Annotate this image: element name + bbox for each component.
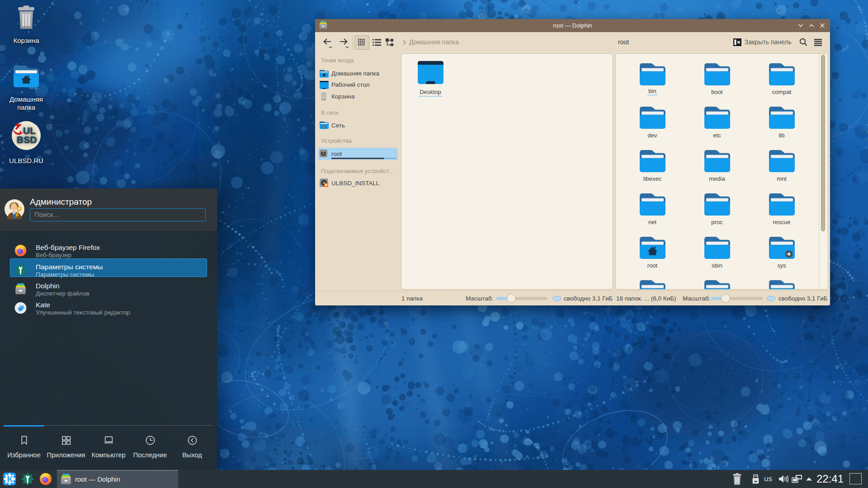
svg-text:BSD: BSD bbox=[17, 134, 37, 145]
